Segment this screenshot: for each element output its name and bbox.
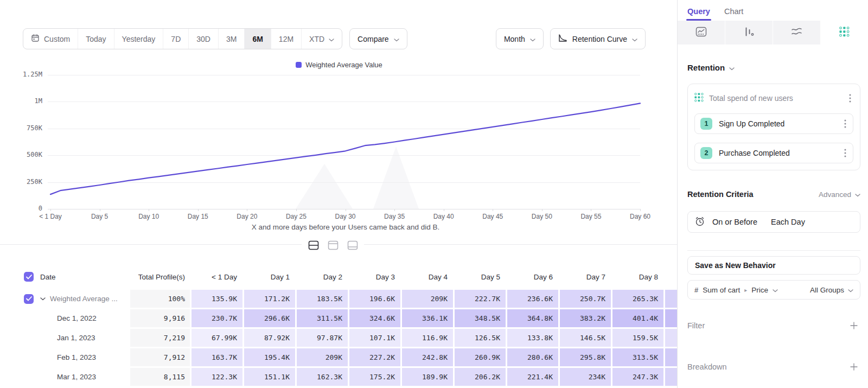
report-type-insights-tab[interactable] <box>678 21 725 44</box>
behavior-kebab-menu[interactable] <box>847 93 853 104</box>
row-checkbox[interactable] <box>24 294 34 304</box>
retention-value-cell[interactable]: 196.6K <box>349 290 400 308</box>
retention-value-cell[interactable]: 163.7K <box>192 348 242 366</box>
range-30d[interactable]: 30D <box>188 29 218 49</box>
retention-value-cell[interactable]: 280.6K <box>507 348 558 366</box>
retention-value-cell[interactable]: 364.8K <box>507 309 558 327</box>
retention-value-cell[interactable]: 122.3K <box>192 368 242 386</box>
row-label: Mar 1, 2023 <box>22 373 96 381</box>
retention-value-cell[interactable]: 336.1K <box>402 309 453 327</box>
retention-value-cell[interactable]: 133.8K <box>507 329 558 347</box>
add-filter-button[interactable] <box>847 319 860 332</box>
retention-value-cell[interactable]: 209K <box>297 348 348 366</box>
retention-value-cell[interactable]: 206.2K <box>455 368 506 386</box>
retention-value-cell[interactable]: 97.87K <box>297 329 348 347</box>
range-yesterday[interactable]: Yesterday <box>114 29 163 49</box>
retention-value-cell[interactable]: 234K <box>560 368 611 386</box>
layout-table-focus-button[interactable] <box>344 237 361 253</box>
retention-value-cell[interactable]: 260.9K <box>455 348 506 366</box>
retention-value-cell[interactable]: 107.1K <box>349 329 400 347</box>
retention-value-cell[interactable]: 311.5K <box>297 309 348 327</box>
retention-value-cell[interactable]: 230.7K <box>192 309 242 327</box>
retention-value-cell[interactable]: 175.2K <box>349 368 400 386</box>
range-custom[interactable]: Custom <box>23 29 78 49</box>
retention-value-cell[interactable]: 87.92K <box>244 329 295 347</box>
compare-button[interactable]: Compare <box>349 28 407 49</box>
retention-when-selector[interactable]: On or Before Each Day <box>687 211 860 233</box>
retention-value-cell[interactable]: 209K <box>402 290 453 308</box>
column-header: Day 6 <box>507 267 558 287</box>
all-groups-dropdown[interactable]: All Groups <box>810 286 853 294</box>
retention-line-chart[interactable]: 1.25M1M750K500K250K0< 1 DayDay 5Day 10Da… <box>0 71 678 233</box>
retention-value-cell[interactable]: 324.6K <box>349 309 400 327</box>
retention-value-cell[interactable]: 146.5K <box>560 329 611 347</box>
row-expand-chevron-icon[interactable] <box>40 297 46 301</box>
retention-value-cell[interactable]: 222.7K <box>455 290 506 308</box>
range-6m[interactable]: 6M <box>244 29 270 49</box>
layout-split-half-button[interactable] <box>305 237 322 253</box>
total-profiles-cell: 100% <box>130 290 190 308</box>
retention-section-toggle[interactable]: Retention <box>687 63 860 72</box>
property-name[interactable]: Sum of cart <box>703 286 740 294</box>
retention-value-cell[interactable]: 296.6K <box>244 309 295 327</box>
row-checkbox[interactable] <box>24 272 34 282</box>
retention-value-cell[interactable]: 242.8K <box>402 348 453 366</box>
range-today[interactable]: Today <box>78 29 113 49</box>
retention-value-cell[interactable]: 348.5K <box>455 309 506 327</box>
add-breakdown-button[interactable] <box>847 360 860 373</box>
retention-value-cell[interactable]: 116.9K <box>402 329 453 347</box>
row-label-cell: Jan 1, 2023 <box>22 329 129 347</box>
criteria-mode-label: Advanced <box>819 190 851 199</box>
column-header: Day 5 <box>455 267 506 287</box>
retention-value-cell[interactable]: 126.5K <box>455 329 506 347</box>
behavior-step-2[interactable]: 2 Purchase Completed <box>694 143 853 163</box>
retention-value-cell[interactable]: 67.99K <box>192 329 242 347</box>
retention-value-cell[interactable]: 159.5K <box>612 329 663 347</box>
criteria-mode-dropdown[interactable]: Advanced <box>819 190 860 199</box>
funnels-icon <box>744 27 755 39</box>
step-number-badge: 2 <box>700 147 712 159</box>
retention-table: Date Total Profile(s)< 1 DayDay 1Day 2Da… <box>22 267 678 387</box>
retention-value-cell[interactable]: 383.2K <box>560 309 611 327</box>
retention-value-cell[interactable]: 171.2K <box>244 290 295 308</box>
retention-value-cell[interactable]: 162.3K <box>297 368 348 386</box>
save-as-new-behavior-button[interactable]: Save as New Behavior <box>687 256 860 275</box>
retention-value-cell[interactable]: 236.6K <box>507 290 558 308</box>
report-type-retention-tab[interactable] <box>821 21 868 44</box>
report-type-flows-tab[interactable] <box>773 21 821 44</box>
retention-value-cell[interactable]: 189.9K <box>402 368 453 386</box>
tab-query[interactable]: Query <box>687 7 710 21</box>
range-12m[interactable]: 12M <box>271 29 301 49</box>
row-label-cell: Weighted Average ... <box>22 290 129 308</box>
step-kebab-menu[interactable] <box>842 118 848 129</box>
behavior-step-1[interactable]: 1 Sign Up Completed <box>694 113 853 134</box>
step-kebab-menu[interactable] <box>842 148 848 158</box>
retention-value-cell[interactable]: 221.4K <box>507 368 558 386</box>
retention-value-cell[interactable]: 250.7K <box>560 290 611 308</box>
report-type-funnels-tab[interactable] <box>725 21 773 44</box>
retention-value-cell[interactable]: 151.1K <box>244 368 295 386</box>
retention-value-cell[interactable]: 401.4K <box>612 309 663 327</box>
step-event-label: Sign Up Completed <box>719 119 835 128</box>
retention-value-cell[interactable]: 135.9K <box>192 290 242 308</box>
tab-chart[interactable]: Chart <box>724 7 743 21</box>
retention-value-cell[interactable]: 195.4K <box>244 348 295 366</box>
retention-value-cell[interactable]: 247.3K <box>612 368 663 386</box>
chart-type-dropdown[interactable]: Retention Curve <box>550 28 646 49</box>
range-xtd[interactable]: XTD <box>301 29 342 49</box>
report-type-icon-bar <box>678 21 868 44</box>
total-profiles-cell: 9,916 <box>130 309 190 327</box>
granularity-dropdown[interactable]: Month <box>496 28 544 49</box>
row-label-cell: Mar 1, 2023 <box>22 368 129 386</box>
retention-value-cell[interactable]: 265.3K <box>612 290 663 308</box>
retention-value-cell[interactable]: 295.8K <box>560 348 611 366</box>
property-sub-name[interactable]: Price <box>751 286 768 294</box>
range-7d[interactable]: 7D <box>163 29 188 49</box>
range-3m[interactable]: 3M <box>218 29 244 49</box>
retention-value-cell[interactable]: 227.2K <box>349 348 400 366</box>
column-header: Day 3 <box>349 267 400 287</box>
retention-value-cell[interactable]: 183.5K <box>297 290 348 308</box>
date-range-group: CustomTodayYesterday7D30D3M6M12MXTD <box>23 28 342 49</box>
retention-value-cell[interactable]: 313.5K <box>612 348 663 366</box>
layout-chart-focus-button[interactable] <box>324 237 341 253</box>
